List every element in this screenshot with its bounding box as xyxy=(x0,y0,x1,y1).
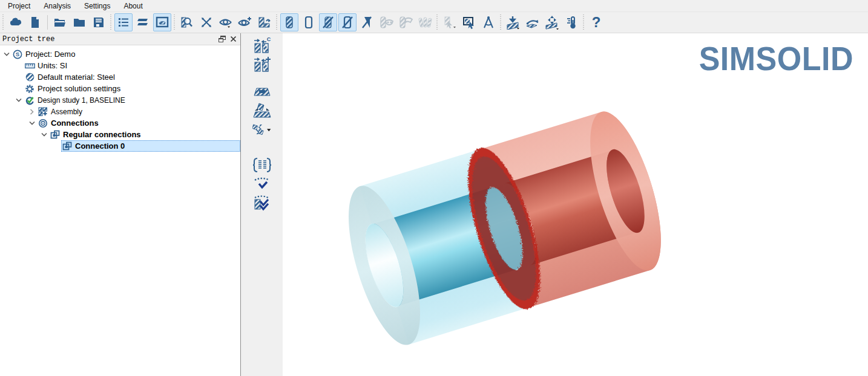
striped-part-icon xyxy=(282,15,297,30)
connection-plane-button[interactable] xyxy=(252,83,272,101)
thermometer-icon xyxy=(564,15,579,30)
contact-pair-button[interactable] xyxy=(252,120,272,138)
panel-title: Project tree xyxy=(2,35,217,44)
connection-plane-icon xyxy=(253,86,271,98)
connections-target-icon xyxy=(38,118,48,128)
toolbar-drag-handle[interactable] xyxy=(110,15,113,30)
project-tree-titlebar[interactable]: Project tree xyxy=(0,33,240,45)
review-connections-button[interactable] xyxy=(252,175,272,193)
mask-part-icon xyxy=(398,15,413,30)
float-panel-button[interactable] xyxy=(217,34,228,44)
menu-project[interactable]: Project xyxy=(1,1,37,11)
rotate-part-button[interactable] xyxy=(255,13,274,31)
new-file-button[interactable] xyxy=(26,13,44,31)
main-toolbar: ? xyxy=(0,11,868,33)
expander-closed-icon[interactable] xyxy=(27,106,37,117)
expander-open-icon[interactable] xyxy=(1,49,12,59)
main-area: Project tree S Project: Demo Units: SI xyxy=(0,33,868,376)
pick-hand-icon xyxy=(442,15,458,30)
pick-box-icon xyxy=(461,15,477,30)
connections-toolbar: C xyxy=(241,33,283,376)
mask-selected-button[interactable] xyxy=(396,13,415,31)
connections-recompute-button[interactable]: C xyxy=(252,37,272,55)
material-sphere-icon xyxy=(24,73,35,82)
connection-squares-icon xyxy=(50,130,61,140)
toolbar-drag-handle[interactable] xyxy=(582,15,585,30)
tree-item-project[interactable]: S Project: Demo xyxy=(0,48,240,60)
tree-item-connection-0[interactable]: Connection 0 xyxy=(0,140,240,152)
toolbar-drag-handle[interactable] xyxy=(499,15,502,30)
toolbar-drag-handle[interactable] xyxy=(436,15,439,30)
project-tree-panel: Project tree S Project: Demo Units: SI xyxy=(0,33,241,376)
tree-item-connections[interactable]: Connections xyxy=(0,117,240,129)
menu-settings[interactable]: Settings xyxy=(77,1,117,11)
svg-text:S: S xyxy=(16,51,19,57)
connection-group-button[interactable] xyxy=(252,102,272,120)
selected-tree-row[interactable]: Connection 0 xyxy=(61,140,240,152)
connections-add-icon xyxy=(253,56,271,73)
show-all-button[interactable] xyxy=(236,13,254,31)
striped-outline-slash-icon xyxy=(340,15,355,30)
menu-bar: Project Analysis Settings About xyxy=(0,0,868,11)
toolbar-separator xyxy=(47,15,48,30)
list-view-button[interactable] xyxy=(114,13,133,31)
help-button[interactable]: ? xyxy=(587,13,605,31)
gear-icon xyxy=(24,84,35,94)
pick-box-button[interactable] xyxy=(460,13,478,31)
show-part-button[interactable] xyxy=(280,13,298,31)
toolbar-drag-handle[interactable] xyxy=(2,15,5,30)
cloud-button[interactable] xyxy=(7,13,25,31)
close-panel-button[interactable] xyxy=(228,34,238,44)
outline-part-button[interactable] xyxy=(300,13,318,31)
open-folder-button[interactable] xyxy=(51,13,69,31)
force-load-button[interactable] xyxy=(504,13,522,31)
tree-item-solution-settings[interactable]: Project solution settings xyxy=(0,83,240,94)
save-button[interactable] xyxy=(90,13,108,31)
visibility-button[interactable] xyxy=(217,13,235,31)
eye-icon xyxy=(218,15,234,30)
expander-open-icon[interactable] xyxy=(13,95,24,105)
tree-item-design-study[interactable]: Design study 1, BASELINE xyxy=(0,94,240,106)
viewport-view-button[interactable] xyxy=(153,13,171,31)
fit-view-button[interactable] xyxy=(197,13,215,31)
displacement-load-button[interactable] xyxy=(543,13,561,31)
expander-open-icon[interactable] xyxy=(39,129,49,140)
measure-button[interactable] xyxy=(479,13,498,31)
outline-part-icon xyxy=(301,15,316,30)
viewport-icon xyxy=(155,15,169,30)
menu-analysis[interactable]: Analysis xyxy=(37,1,77,11)
toolbar-drag-handle[interactable] xyxy=(275,15,278,30)
menu-about[interactable]: About xyxy=(117,1,149,11)
transparent-outline-button[interactable] xyxy=(338,13,357,31)
thermal-load-button[interactable] xyxy=(562,13,580,31)
transparent-part-button[interactable] xyxy=(319,13,337,31)
unmask-all-button[interactable] xyxy=(416,13,434,31)
expander-open-icon[interactable] xyxy=(27,118,37,128)
assembly-blocks-icon xyxy=(38,107,48,117)
eye-plus-icon xyxy=(237,15,253,30)
viewport-3d[interactable]: SIMSOLID xyxy=(283,33,868,376)
pick-part-button[interactable] xyxy=(441,13,459,31)
zoom-selection-icon xyxy=(180,15,194,30)
fit-view-icon xyxy=(199,15,214,30)
tree-item-material[interactable]: Default material: Steel xyxy=(0,71,240,83)
toolbar-drag-handle[interactable] xyxy=(173,15,176,30)
moment-load-button[interactable] xyxy=(524,13,542,31)
spring-connector-button[interactable] xyxy=(252,156,272,174)
project-tree: S Project: Demo Units: SI Default materi… xyxy=(0,45,240,376)
zoom-selection-button[interactable] xyxy=(178,13,196,31)
float-window-icon xyxy=(219,36,226,42)
connection-squares-icon xyxy=(62,141,73,151)
new-file-icon xyxy=(28,15,42,30)
mask-part-button[interactable] xyxy=(377,13,395,31)
tree-item-regular-connections[interactable]: Regular connections xyxy=(0,129,240,140)
tree-item-assembly[interactable]: Assembly xyxy=(0,106,240,117)
design-study-check-icon xyxy=(24,96,35,105)
folder-button[interactable] xyxy=(70,13,88,31)
apply-connections-button[interactable] xyxy=(252,193,272,212)
tree-item-units[interactable]: Units: SI xyxy=(0,60,240,71)
force-arrow-icon xyxy=(505,15,521,30)
comments-button[interactable] xyxy=(134,13,152,31)
hide-part-button[interactable] xyxy=(358,13,376,31)
connections-add-button[interactable] xyxy=(252,56,272,74)
